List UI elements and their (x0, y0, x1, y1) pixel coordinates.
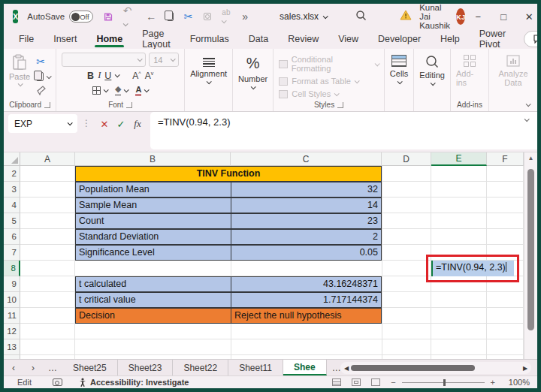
cell-decision-label[interactable]: Decision (75, 308, 231, 324)
sheet-list-ellipsis-icon[interactable]: … (43, 360, 62, 375)
cell-label[interactable]: Significance Level (75, 245, 231, 261)
analyze-data-button[interactable]: Analyze Data (494, 53, 532, 87)
row-header-4[interactable]: 4 (4, 198, 20, 213)
paste-picture-icon[interactable] (204, 13, 212, 20)
sheet-tab-sheet25[interactable]: Sheet25 (62, 360, 118, 375)
font-size-select[interactable]: 14 (149, 53, 179, 67)
tab-developer[interactable]: Developer (376, 31, 422, 47)
paste-button[interactable]: Paste (9, 53, 30, 95)
back-icon[interactable]: ← (146, 11, 156, 23)
active-cell-e8[interactable]: =TINV(0.94, 2.3) (431, 261, 514, 276)
column-header-a[interactable]: A (20, 152, 75, 166)
zoom-slider[interactable] (402, 382, 485, 383)
font-color-icon[interactable]: A (135, 85, 141, 96)
autosave-toggle[interactable]: Off (69, 11, 93, 23)
addins-button[interactable]: Add-ins (456, 53, 483, 87)
sheet-nav-left-icon[interactable]: ‹ (4, 360, 23, 375)
sheet-tab-active[interactable]: Shee (283, 360, 327, 375)
search-icon[interactable] (355, 10, 367, 24)
document-title[interactable]: sales.xlsx (280, 11, 327, 22)
cell-label[interactable]: Sample Mean (75, 198, 231, 213)
column-header-b[interactable]: B (75, 152, 231, 166)
user-avatar[interactable]: KJ (456, 8, 465, 25)
cells-button[interactable]: Cells (390, 53, 408, 84)
column-header-f[interactable]: F (487, 152, 524, 166)
cell-value[interactable]: 14 (231, 198, 382, 213)
number-button[interactable]: % Number (238, 53, 267, 89)
font-dialog-launcher[interactable] (126, 102, 132, 108)
format-painter-icon[interactable] (36, 86, 47, 95)
zoom-out-button[interactable]: − (391, 378, 395, 387)
grow-font-button[interactable]: A^ (132, 71, 141, 81)
zoom-level[interactable]: 100% (506, 378, 530, 387)
alignment-button[interactable]: Alignment (190, 53, 227, 84)
cell-value[interactable]: 2 (231, 229, 382, 245)
zoom-slider-knob[interactable] (443, 379, 446, 386)
vertical-scrollbar-thumb[interactable] (527, 169, 534, 330)
sheet-tab-sheet23[interactable]: Sheet23 (118, 360, 174, 375)
spreadsheet-grid[interactable]: A B C D E F 2 3 4 5 6 7 8 9 10 11 12 13 … (4, 152, 537, 359)
normal-view-icon[interactable] (332, 378, 341, 386)
qat-more-icon[interactable]: » (242, 11, 248, 23)
comments-button[interactable]: Comments (524, 31, 537, 47)
cell-value[interactable]: 43.16248371 (231, 276, 382, 292)
sheet-tab-sheet11[interactable]: Sheet11 (228, 360, 283, 375)
cut-icon[interactable]: ✂ (184, 11, 193, 23)
warning-icon[interactable] (400, 10, 412, 23)
ribbon-cut-icon[interactable]: ✂ (36, 56, 50, 68)
row-header-11[interactable]: 11 (4, 308, 20, 324)
save-icon[interactable] (104, 11, 113, 23)
italic-button[interactable]: I (98, 70, 101, 81)
tab-review[interactable]: Review (286, 31, 320, 47)
page-layout-view-icon[interactable] (352, 378, 361, 386)
tab-formulas[interactable]: Formulas (189, 31, 231, 47)
cell-value[interactable]: 23 (231, 213, 382, 229)
row-header-6[interactable]: 6 (4, 229, 20, 245)
cell-label[interactable]: t calculated (75, 276, 231, 292)
row-header-10[interactable]: 10 (4, 292, 20, 308)
row-header-13[interactable]: 13 (4, 339, 20, 355)
cell-title[interactable]: TINV Function (75, 166, 382, 182)
cell-label[interactable]: Population Mean (75, 182, 231, 198)
cell-value[interactable]: 0.05 (231, 245, 382, 261)
accessibility-status[interactable]: Accessibility: Investigate (79, 378, 189, 387)
cancel-button[interactable]: ✕ (96, 116, 113, 132)
select-all-corner[interactable] (4, 152, 20, 166)
cell-label[interactable]: Count (75, 213, 231, 229)
insert-function-button[interactable]: fx (129, 116, 146, 132)
formula-input[interactable]: =TINV(0.94, 2.3) (150, 112, 537, 149)
cell-styles-button[interactable]: Cell Styles (279, 89, 379, 98)
tab-help[interactable]: Help (439, 31, 461, 47)
font-name-select[interactable] (62, 53, 146, 67)
macro-record-icon[interactable] (53, 378, 62, 386)
format-as-table-button[interactable]: Format as Table (279, 77, 379, 86)
cell-value[interactable]: 32 (231, 182, 382, 198)
row-header-7[interactable]: 7 (4, 245, 20, 261)
cell-decision-value[interactable]: Reject the null hypothesis (231, 308, 382, 324)
copy-icon[interactable] (167, 12, 173, 21)
tab-home[interactable]: Home (95, 31, 124, 47)
page-break-view-icon[interactable] (371, 378, 380, 386)
vertical-scrollbar[interactable]: ▲ (524, 152, 537, 359)
undo-icon[interactable]: ↶ (123, 5, 136, 29)
ribbon-copy-icon[interactable] (36, 72, 44, 81)
zoom-in-button[interactable]: + (491, 378, 495, 387)
tab-view[interactable]: View (337, 31, 360, 47)
column-header-d[interactable]: D (382, 152, 431, 166)
horizontal-scrollbar[interactable]: ◀ ▶ (340, 362, 531, 374)
fill-color-icon[interactable]: ◆ (115, 84, 121, 96)
clipboard-dialog-launcher[interactable] (44, 102, 50, 108)
underline-button[interactable]: U (104, 71, 111, 81)
borders-icon[interactable] (92, 86, 101, 95)
row-header-5[interactable]: 5 (4, 213, 20, 229)
row-header-8[interactable]: 8 (4, 261, 20, 276)
row-header-2[interactable]: 2 (4, 166, 20, 182)
name-box[interactable]: EXP (8, 114, 77, 133)
cell-label[interactable]: t critical value (75, 292, 231, 308)
cell-value[interactable]: 1.717144374 (231, 292, 382, 308)
enter-button[interactable]: ✓ (113, 116, 129, 132)
scroll-up-icon[interactable]: ▲ (524, 155, 537, 161)
translate-icon[interactable]: ab (222, 8, 231, 25)
row-header-12[interactable]: 12 (4, 324, 20, 339)
horizontal-scrollbar-thumb[interactable] (351, 365, 475, 371)
